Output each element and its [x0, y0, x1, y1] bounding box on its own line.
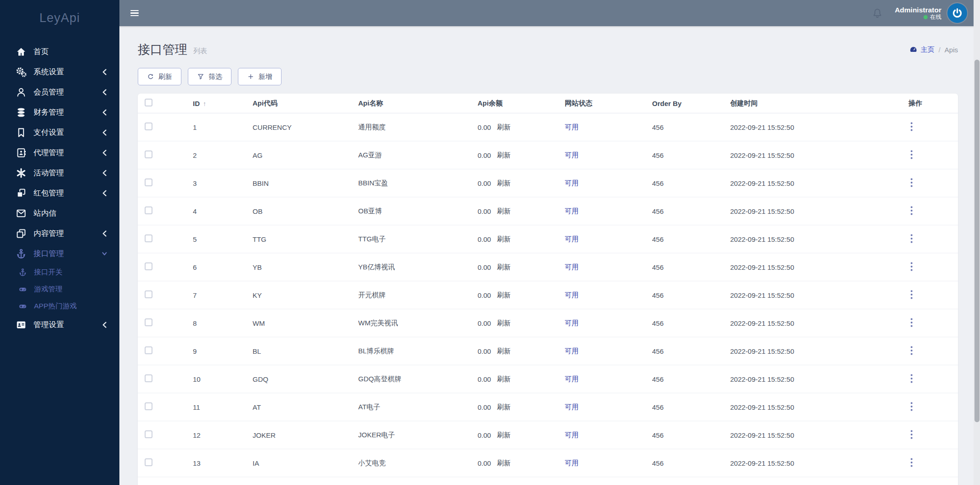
sidebar-item[interactable]: 活动管理 [0, 163, 119, 183]
site-status-link[interactable]: 可用 [565, 403, 579, 411]
balance-refresh-link[interactable]: 刷新 [497, 207, 511, 216]
row-actions-kebab-icon[interactable] [908, 373, 915, 384]
sidebar-item-label: 会员管理 [34, 87, 64, 97]
row-checkbox[interactable] [145, 206, 152, 214]
balance-refresh-link[interactable]: 刷新 [497, 375, 511, 384]
sidebar-item[interactable]: 首页 [0, 42, 119, 62]
row-checkbox[interactable] [145, 234, 152, 242]
balance-refresh-link[interactable]: 刷新 [497, 235, 511, 244]
select-all-checkbox[interactable] [145, 99, 152, 106]
site-status-link[interactable]: 可用 [565, 347, 579, 355]
sidebar-item[interactable]: 内容管理 [0, 223, 119, 244]
column-header-order-by[interactable]: Order By [652, 100, 730, 107]
column-header-id[interactable]: ID↑ [193, 100, 253, 107]
vertical-scrollbar[interactable] [974, 0, 980, 485]
balance-refresh-link[interactable]: 刷新 [497, 263, 511, 272]
sidebar-item[interactable]: 支付设置 [0, 123, 119, 143]
row-actions-kebab-icon[interactable] [908, 289, 915, 300]
balance-refresh-link[interactable]: 刷新 [497, 319, 511, 328]
sort-asc-icon: ↑ [203, 100, 206, 107]
sidebar-item[interactable]: 红包管理 [0, 183, 119, 203]
row-actions-kebab-icon[interactable] [908, 177, 915, 188]
site-status-link[interactable]: 可用 [565, 151, 579, 159]
add-button[interactable]: 新增 [238, 68, 282, 85]
sidebar-subitem[interactable]: APP热门游戏 [0, 298, 119, 315]
sidebar-toggle-icon[interactable] [130, 10, 139, 17]
sidebar-item[interactable]: 系统设置 [0, 62, 119, 82]
row-actions-kebab-icon[interactable] [908, 317, 915, 328]
balance-refresh-link[interactable]: 刷新 [497, 347, 511, 356]
column-header-api-balance[interactable]: Api余额 [478, 99, 565, 108]
page-head: 接口管理 列表 主页 / Apis [138, 41, 958, 58]
site-status-link[interactable]: 可用 [565, 123, 579, 131]
balance-refresh-link[interactable]: 刷新 [497, 179, 511, 188]
row-actions-kebab-icon[interactable] [908, 205, 915, 216]
site-status-link[interactable]: 可用 [565, 291, 579, 299]
sidebar-item[interactable]: 财务管理 [0, 102, 119, 123]
row-checkbox[interactable] [145, 318, 152, 326]
column-header-site-status[interactable]: 网站状态 [565, 99, 652, 108]
balance-refresh-link[interactable]: 刷新 [497, 459, 511, 468]
row-checkbox[interactable] [145, 123, 152, 130]
balance-refresh-link[interactable]: 刷新 [497, 431, 511, 440]
chevron-left-icon [101, 129, 107, 136]
cell-id: 2 [193, 151, 253, 159]
avatar[interactable] [947, 3, 967, 23]
site-status-link[interactable]: 可用 [565, 179, 579, 187]
balance-refresh-link[interactable]: 刷新 [497, 123, 511, 132]
site-status-link[interactable]: 可用 [565, 235, 579, 243]
row-actions-kebab-icon[interactable] [908, 345, 915, 356]
cell-id: 5 [193, 235, 253, 243]
user-name: Administrator [895, 6, 941, 14]
row-actions-kebab-icon[interactable] [908, 233, 915, 244]
cell-created: 2022-09-21 15:52:50 [730, 403, 900, 411]
site-status-link[interactable]: 可用 [565, 431, 579, 439]
row-checkbox[interactable] [145, 290, 152, 298]
filter-button-label: 筛选 [208, 72, 222, 81]
row-checkbox[interactable] [145, 374, 152, 382]
row-checkbox[interactable] [145, 402, 152, 410]
page-title: 接口管理 [138, 41, 187, 58]
row-checkbox[interactable] [145, 151, 152, 158]
balance-refresh-link[interactable]: 刷新 [497, 151, 511, 160]
sidebar-item[interactable]: 会员管理 [0, 82, 119, 102]
row-actions-kebab-icon[interactable] [908, 429, 915, 440]
site-status-link[interactable]: 可用 [565, 319, 579, 327]
site-status-link[interactable]: 可用 [565, 263, 579, 271]
scrollbar-thumb[interactable] [974, 60, 980, 422]
asterisk-icon [16, 167, 27, 178]
row-actions-kebab-icon[interactable] [908, 261, 915, 272]
column-header-created[interactable]: 创建时间 [730, 99, 900, 108]
breadcrumb-home-link[interactable]: 主页 [921, 45, 935, 54]
refresh-button[interactable]: 刷新 [138, 68, 181, 85]
cell-created: 2022-09-21 15:52:50 [730, 235, 900, 243]
sidebar-item[interactable]: 管理设置 [0, 315, 119, 335]
user-info[interactable]: Administrator 在线 [895, 6, 941, 21]
sidebar-subitem[interactable]: 接口开关 [0, 264, 119, 281]
site-status-link[interactable]: 可用 [565, 375, 579, 383]
sidebar-item[interactable]: 代理管理 [0, 143, 119, 163]
notifications-bell-icon[interactable] [872, 8, 883, 18]
filter-button[interactable]: 筛选 [188, 68, 231, 85]
sidebar-subitem[interactable]: 游戏管理 [0, 281, 119, 298]
column-header-api-code[interactable]: Api代码 [253, 99, 358, 108]
column-header-api-name[interactable]: Api名称 [358, 99, 478, 108]
row-checkbox[interactable] [145, 430, 152, 438]
sidebar-item[interactable]: 接口管理 [0, 244, 119, 264]
row-actions-kebab-icon[interactable] [908, 401, 915, 412]
row-checkbox[interactable] [145, 346, 152, 354]
row-checkbox[interactable] [145, 262, 152, 270]
toolbar: 刷新 筛选 新增 [138, 68, 958, 85]
balance-refresh-link[interactable]: 刷新 [497, 403, 511, 412]
site-status-link[interactable]: 可用 [565, 459, 579, 467]
row-checkbox[interactable] [145, 178, 152, 186]
row-actions-kebab-icon[interactable] [908, 457, 915, 468]
row-actions-kebab-icon[interactable] [908, 121, 915, 132]
sidebar-item-label: 内容管理 [34, 229, 64, 239]
sidebar-subitem-label: 接口开关 [34, 268, 62, 277]
row-actions-kebab-icon[interactable] [908, 149, 915, 160]
row-checkbox[interactable] [145, 458, 152, 466]
site-status-link[interactable]: 可用 [565, 207, 579, 215]
balance-refresh-link[interactable]: 刷新 [497, 291, 511, 300]
sidebar-item[interactable]: 站内信 [0, 203, 119, 223]
